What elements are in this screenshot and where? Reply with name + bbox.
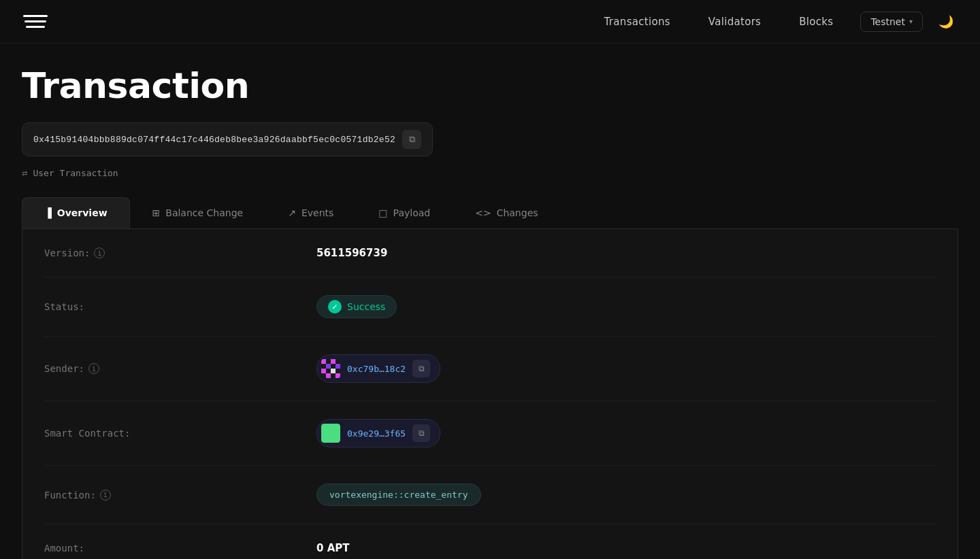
arrows-icon: ⇄ xyxy=(22,167,27,178)
nav-links: Transactions Validators Blocks xyxy=(604,16,834,28)
version-info-icon: i xyxy=(94,248,105,258)
status-row: Status: ✓ Success xyxy=(44,277,936,337)
status-value-container: ✓ Success xyxy=(316,295,936,318)
nav-blocks[interactable]: Blocks xyxy=(799,16,833,28)
function-info-icon: i xyxy=(100,490,111,501)
copy-hash-button[interactable]: ⧉ xyxy=(402,130,421,149)
detail-panel: Version: i 5611596739 Status: ✓ Success … xyxy=(22,229,958,559)
tab-overview[interactable]: ▐ Overview xyxy=(22,197,130,228)
network-label: Testnet xyxy=(870,16,905,27)
amount-row: Amount: 0 APT xyxy=(44,524,936,559)
function-row: Function: i vortexengine::create_entry xyxy=(44,466,936,524)
copy-icon: ⧉ xyxy=(409,134,415,145)
tab-overview-label: Overview xyxy=(57,207,108,218)
sender-row: Sender: i xyxy=(44,337,936,401)
table-icon: ⊞ xyxy=(152,207,161,218)
copy-sender-icon: ⧉ xyxy=(419,364,425,373)
sender-label: Sender: i xyxy=(44,363,316,374)
tab-payload[interactable]: □ Payload xyxy=(356,197,453,228)
transaction-hash: 0x415b91404bbb889dc074ff44c17c446deb8bee… xyxy=(33,135,395,145)
smart-contract-value-container: 0x9e29…3f65 ⧉ xyxy=(316,419,936,447)
copy-sender-button[interactable]: ⧉ xyxy=(412,360,430,377)
version-value-container: 5611596739 xyxy=(316,247,936,259)
tab-payload-label: Payload xyxy=(393,207,431,218)
tab-events[interactable]: ↗ Events xyxy=(265,197,356,228)
tab-changes[interactable]: <> Changes xyxy=(453,197,560,228)
status-label: Status: xyxy=(44,301,316,312)
status-text: Success xyxy=(347,301,385,312)
smart-contract-row: Smart Contract: 0x9e29…3f65 ⧉ xyxy=(44,401,936,466)
copy-contract-button[interactable]: ⧉ xyxy=(412,424,430,442)
version-label: Version: i xyxy=(44,248,316,258)
nav-transactions[interactable]: Transactions xyxy=(604,16,670,28)
sender-address: 0xc79b…18c2 xyxy=(347,364,406,374)
user-tx-label: User Transaction xyxy=(33,168,118,178)
function-value: vortexengine::create_entry xyxy=(329,490,468,500)
transaction-hash-box: 0x415b91404bbb889dc074ff44c17c446deb8bee… xyxy=(22,122,433,156)
status-badge: ✓ Success xyxy=(316,295,397,318)
page-content: Transaction 0x415b91404bbb889dc074ff44c1… xyxy=(0,44,980,559)
tab-balance-change[interactable]: ⊞ Balance Change xyxy=(130,197,266,228)
sender-info-icon: i xyxy=(88,363,99,374)
amount-value: 0 APT xyxy=(316,542,350,554)
function-badge: vortexengine::create_entry xyxy=(316,484,481,506)
page-title: Transaction xyxy=(22,65,958,106)
sender-avatar xyxy=(321,359,340,378)
bar-chart-icon: ▐ xyxy=(44,207,52,218)
amount-label: Amount: xyxy=(44,543,316,554)
function-label: Function: i xyxy=(44,490,316,501)
tab-changes-label: Changes xyxy=(497,207,538,218)
success-check-icon: ✓ xyxy=(328,300,342,314)
tab-balance-change-label: Balance Change xyxy=(165,207,243,218)
contract-avatar xyxy=(321,424,340,443)
smart-contract-label: Smart Contract: xyxy=(44,428,316,439)
file-icon: □ xyxy=(378,207,387,218)
code-icon: <> xyxy=(475,207,491,218)
navbar: Transactions Validators Blocks Testnet ▾… xyxy=(0,0,980,44)
chevron-down-icon: ▾ xyxy=(909,18,913,25)
smart-contract-address-badge: 0x9e29…3f65 ⧉ xyxy=(316,419,440,447)
arrow-up-right-icon: ↗ xyxy=(288,207,296,218)
network-selector[interactable]: Testnet ▾ xyxy=(860,12,923,32)
sender-value-container: 0xc79b…18c2 ⧉ xyxy=(316,354,936,383)
nav-validators[interactable]: Validators xyxy=(708,16,761,28)
theme-toggle-button[interactable]: 🌙 xyxy=(934,10,958,34)
logo[interactable] xyxy=(22,8,49,35)
version-value: 5611596739 xyxy=(316,247,387,259)
smart-contract-address: 0x9e29…3f65 xyxy=(347,428,406,439)
function-value-container: vortexengine::create_entry xyxy=(316,484,936,506)
logo-icon xyxy=(22,8,49,35)
user-tx-badge: ⇄ User Transaction xyxy=(22,167,958,178)
copy-contract-icon: ⧉ xyxy=(419,428,425,438)
sender-address-badge: 0xc79b…18c2 ⧉ xyxy=(316,354,440,383)
tabs: ▐ Overview ⊞ Balance Change ↗ Events □ P… xyxy=(22,197,958,229)
version-row: Version: i 5611596739 xyxy=(44,229,936,277)
tab-events-label: Events xyxy=(301,207,333,218)
amount-value-container: 0 APT xyxy=(316,542,936,554)
